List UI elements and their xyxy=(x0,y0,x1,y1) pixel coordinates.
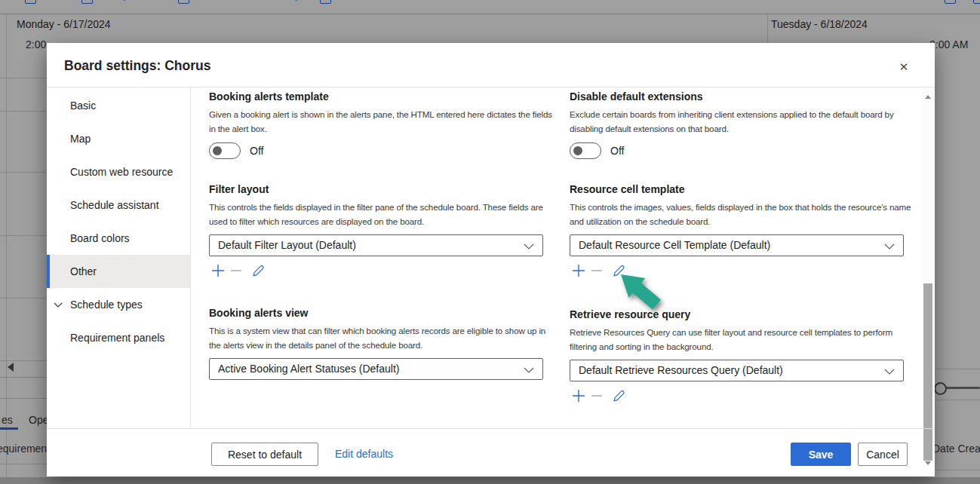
dropdown-value: Default Resource Cell Template (Default) xyxy=(579,239,770,251)
section-description: This controls the images, values, fields… xyxy=(570,201,918,228)
section-booking-alerts-view: Booking alerts view This is a system vie… xyxy=(209,307,550,380)
section-disable-default-extensions: Disable default extensions Exclude certa… xyxy=(570,90,911,159)
section-title: Booking alerts view xyxy=(209,307,550,319)
reset-to-default-button[interactable]: Reset to default xyxy=(211,443,318,466)
remove-icon[interactable] xyxy=(230,265,242,279)
dropdown-value: Default Filter Layout (Default) xyxy=(218,239,356,251)
cancel-button[interactable]: Cancel xyxy=(858,443,908,466)
section-resource-cell-template: Resource cell template This controls the… xyxy=(570,183,911,282)
toggle-state-label: Off xyxy=(250,145,263,157)
edit-defaults-link[interactable]: Edit defaults xyxy=(335,448,393,460)
booking-alerts-view-dropdown[interactable]: Active Booking Alert Statuses (Default) xyxy=(209,358,543,380)
close-icon[interactable]: ✕ xyxy=(895,58,913,76)
toggle-knob xyxy=(213,146,222,155)
section-filter-layout: Filter layout This controls the fields d… xyxy=(209,183,550,282)
chevron-down-icon xyxy=(524,244,534,250)
chevron-down-icon xyxy=(884,369,895,375)
dropdown-value: Default Retrieve Resources Query (Defaul… xyxy=(579,364,783,376)
scrollbar-thumb[interactable] xyxy=(923,283,932,461)
edit-pencil-icon[interactable] xyxy=(251,264,266,280)
chevron-down-icon xyxy=(524,367,534,373)
edit-pencil-icon[interactable] xyxy=(612,389,626,406)
remove-icon[interactable] xyxy=(591,265,603,279)
scroll-up-icon[interactable] xyxy=(925,95,931,99)
remove-icon[interactable] xyxy=(591,390,603,404)
add-icon[interactable] xyxy=(572,264,585,280)
sidebar-item-requirement-panels[interactable]: Requirement panels xyxy=(47,321,190,354)
sidebar-item-basic[interactable]: Basic xyxy=(47,89,190,122)
add-icon[interactable] xyxy=(211,264,225,280)
section-description: This controls the fields displayed in th… xyxy=(209,201,558,228)
dialog-title: Board settings: Chorus xyxy=(64,58,210,74)
filter-layout-dropdown[interactable]: Default Filter Layout (Default) xyxy=(209,234,543,256)
sidebar-item-schedule-types[interactable]: Schedule types xyxy=(47,288,190,321)
schedule-board-screen: Gantt < 6/11/2024 - 6/25/2024 > Book Mon… xyxy=(0,0,980,484)
section-title: Filter layout xyxy=(209,183,550,195)
toggle-knob xyxy=(573,146,582,155)
sidebar-item-schedule-assistant[interactable]: Schedule assistant xyxy=(47,188,190,222)
section-title: Resource cell template xyxy=(570,183,911,195)
sidebar-content-divider xyxy=(190,87,191,428)
section-title: Disable default extensions xyxy=(570,90,911,103)
sidebar-item-custom-web-resource[interactable]: Custom web resource xyxy=(47,155,190,188)
save-button[interactable]: Save xyxy=(791,443,851,466)
sidebar-item-other[interactable]: Other xyxy=(47,255,190,288)
sidebar-item-map[interactable]: Map xyxy=(47,122,190,155)
retrieve-resource-query-dropdown[interactable]: Default Retrieve Resources Query (Defaul… xyxy=(570,360,904,381)
section-title: Booking alerts template xyxy=(209,90,550,103)
modal-scrollbar[interactable] xyxy=(922,87,934,428)
sidebar-item-board-colors[interactable]: Board colors xyxy=(47,222,190,255)
section-title: Retrieve resource query xyxy=(570,308,911,320)
board-settings-dialog: Board settings: Chorus ✕ Basic Map Custo… xyxy=(47,43,935,476)
header-divider xyxy=(47,87,935,87)
scroll-down-icon[interactable] xyxy=(925,461,931,465)
add-icon[interactable] xyxy=(572,389,585,405)
toggle-state-label: Off xyxy=(610,145,624,157)
footer-divider xyxy=(47,428,935,429)
disable-default-extensions-toggle[interactable] xyxy=(570,142,601,159)
section-description: Retrieve Resources Query can use filter … xyxy=(570,326,918,354)
section-description: This is a system view that can filter wh… xyxy=(209,324,558,352)
section-description: Given a booking alert is shown in the al… xyxy=(209,108,558,136)
resource-cell-template-dropdown[interactable]: Default Resource Cell Template (Default) xyxy=(570,234,904,256)
section-retrieve-resource-query: Retrieve resource query Retrieve Resourc… xyxy=(570,308,911,407)
chevron-down-icon xyxy=(54,302,63,308)
chevron-down-icon xyxy=(884,244,895,250)
booking-alerts-template-toggle[interactable] xyxy=(209,142,241,159)
section-description: Exclude certain boards from inheriting c… xyxy=(570,108,918,136)
section-booking-alerts-template: Booking alerts template Given a booking … xyxy=(209,90,550,159)
edit-pencil-icon[interactable] xyxy=(612,264,626,280)
dropdown-value: Active Booking Alert Statuses (Default) xyxy=(218,363,399,375)
